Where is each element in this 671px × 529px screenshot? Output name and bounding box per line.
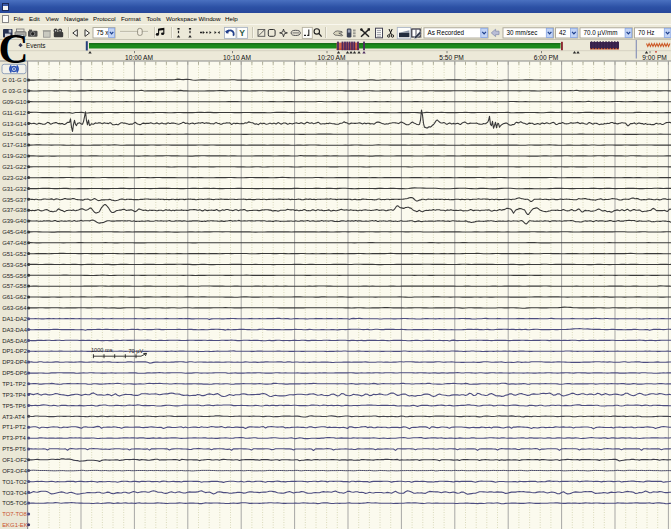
svg-text:42: 42 bbox=[559, 29, 567, 36]
svg-text:TP5-TP6: TP5-TP6 bbox=[2, 403, 26, 409]
svg-text:TO7-TO8: TO7-TO8 bbox=[2, 511, 27, 517]
svg-text:TO5-TO6: TO5-TO6 bbox=[2, 500, 27, 506]
svg-text:EKG1-EK: EKG1-EK bbox=[2, 522, 28, 528]
svg-text:TP1-TP2: TP1-TP2 bbox=[2, 381, 26, 387]
svg-text:G35-G37: G35-G37 bbox=[2, 197, 26, 203]
svg-text:Events: Events bbox=[26, 42, 46, 49]
svg-text:As Recorded: As Recorded bbox=[428, 29, 465, 36]
svg-text:OF3-OF4: OF3-OF4 bbox=[2, 468, 28, 474]
svg-text:30 mm/sec: 30 mm/sec bbox=[507, 29, 538, 36]
svg-text:G19-G20: G19-G20 bbox=[2, 153, 27, 159]
svg-text:70 Hz: 70 Hz bbox=[638, 29, 654, 36]
svg-text:PT5-PT6: PT5-PT6 bbox=[2, 446, 26, 452]
svg-text:5:50 PM: 5:50 PM bbox=[439, 54, 464, 61]
svg-text:G09-G10: G09-G10 bbox=[2, 99, 27, 105]
svg-text:G11-G12: G11-G12 bbox=[2, 110, 26, 116]
svg-text:PT1-PT2: PT1-PT2 bbox=[2, 424, 26, 430]
svg-text:G17-G18: G17-G18 bbox=[2, 142, 27, 148]
svg-text:6:00 PM: 6:00 PM bbox=[534, 54, 559, 61]
svg-text:G13-G14: G13-G14 bbox=[2, 121, 27, 127]
svg-text:70 µV: 70 µV bbox=[129, 348, 144, 354]
svg-text:G39-G40: G39-G40 bbox=[2, 218, 27, 224]
svg-text:Y: Y bbox=[239, 28, 245, 38]
svg-text:AT3-AT4: AT3-AT4 bbox=[2, 414, 25, 420]
svg-text:G31-G32: G31-G32 bbox=[2, 186, 26, 192]
svg-text:DP1-DP2: DP1-DP2 bbox=[2, 348, 27, 354]
svg-text:G47-G48: G47-G48 bbox=[2, 240, 27, 246]
svg-text:G57-G58: G57-G58 bbox=[2, 283, 27, 289]
svg-text:DA3-DA4: DA3-DA4 bbox=[2, 327, 28, 333]
svg-text:9:00 PM: 9:00 PM bbox=[642, 54, 667, 61]
svg-text:G21-G22: G21-G22 bbox=[2, 164, 26, 170]
svg-text:G 03-G 0: G 03-G 0 bbox=[2, 88, 27, 94]
svg-text:TP3-TP4: TP3-TP4 bbox=[2, 392, 26, 398]
svg-text:G55-G56: G55-G56 bbox=[2, 273, 27, 279]
svg-text:10:00 AM: 10:00 AM bbox=[125, 54, 153, 61]
svg-text:G53-G54: G53-G54 bbox=[2, 262, 27, 268]
svg-text:G 01-G 0: G 01-G 0 bbox=[2, 77, 27, 83]
svg-text:1000 ms: 1000 ms bbox=[91, 347, 113, 353]
svg-text:G37-G38: G37-G38 bbox=[2, 207, 27, 213]
svg-text:G45-G46: G45-G46 bbox=[2, 229, 27, 235]
svg-text:G15-G16: G15-G16 bbox=[2, 131, 27, 137]
svg-text:DP3-DP4: DP3-DP4 bbox=[2, 359, 28, 365]
svg-text:PT3-PT4: PT3-PT4 bbox=[2, 435, 26, 441]
svg-text:G61-G62: G61-G62 bbox=[2, 294, 26, 300]
svg-text:TO1-TO2: TO1-TO2 bbox=[2, 479, 27, 485]
svg-text:G23-G24: G23-G24 bbox=[2, 175, 27, 181]
svg-text:70.0 µV/mm: 70.0 µV/mm bbox=[584, 29, 618, 37]
svg-text:G51-G52: G51-G52 bbox=[2, 251, 26, 257]
svg-text:TO3-TO4: TO3-TO4 bbox=[2, 490, 27, 496]
svg-text:10:10 AM: 10:10 AM bbox=[223, 54, 251, 61]
svg-text:G63-G64: G63-G64 bbox=[2, 305, 27, 311]
svg-text:DP5-DP6: DP5-DP6 bbox=[2, 370, 28, 376]
svg-text:75 x: 75 x bbox=[97, 29, 110, 36]
svg-text:DA5-DA6: DA5-DA6 bbox=[2, 338, 28, 344]
svg-text:10:20 AM: 10:20 AM bbox=[318, 54, 346, 61]
svg-text:OF1-OF2: OF1-OF2 bbox=[2, 457, 27, 463]
svg-text:DA1-DA2: DA1-DA2 bbox=[2, 316, 27, 322]
